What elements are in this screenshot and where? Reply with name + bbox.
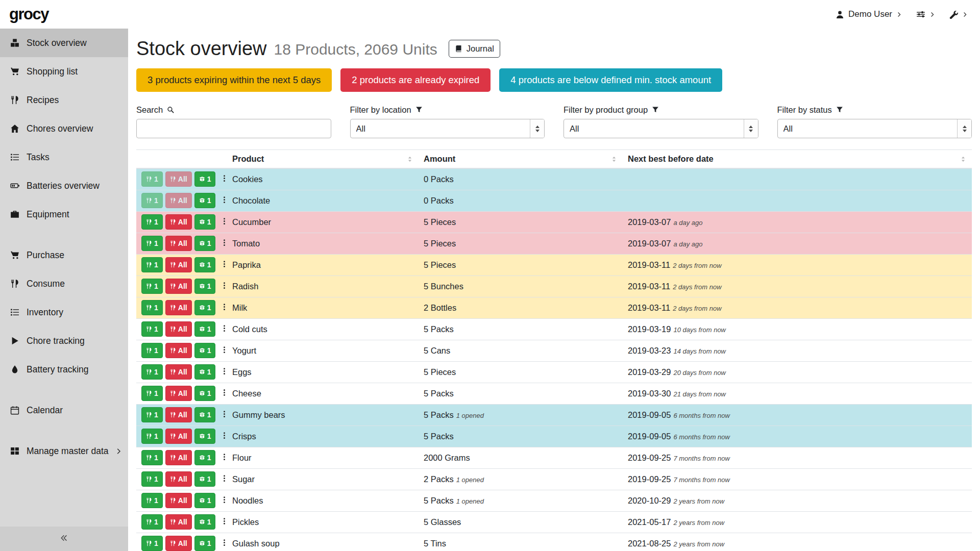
sidebar-item-battery-tracking[interactable]: Battery tracking [0, 355, 128, 384]
journal-button[interactable]: Journal [449, 40, 500, 58]
consume-one-button[interactable]: 1 [141, 300, 163, 315]
admin-menu[interactable] [949, 10, 968, 19]
expired-products-alert[interactable]: 2 products are already expired [340, 68, 491, 92]
amount-column-header[interactable]: Amount [419, 150, 623, 169]
sidebar-item-equipment[interactable]: Equipment [0, 200, 128, 229]
sidebar-item-tasks[interactable]: Tasks [0, 143, 128, 171]
consume-all-button[interactable]: All [165, 471, 192, 487]
row-menu-button[interactable] [218, 538, 231, 549]
open-one-button[interactable]: 1 [194, 407, 216, 422]
open-one-button[interactable]: 1 [194, 429, 216, 444]
consume-one-button[interactable]: 1 [141, 364, 163, 380]
row-menu-button[interactable] [218, 281, 231, 292]
sidebar-item-shopping-list[interactable]: Shopping list [0, 57, 128, 86]
sidebar-item-inventory[interactable]: Inventory [0, 298, 128, 327]
open-one-button[interactable]: 1 [194, 193, 216, 208]
consume-one-button[interactable]: 1 [141, 450, 163, 465]
row-menu-button[interactable] [218, 195, 231, 206]
open-one-button[interactable]: 1 [194, 300, 216, 315]
consume-one-button[interactable]: 1 [141, 257, 163, 272]
row-menu-button[interactable] [218, 366, 231, 378]
consume-all-button[interactable]: All [165, 386, 192, 401]
sidebar-item-chores-overview[interactable]: Chores overview [0, 114, 128, 143]
open-one-button[interactable]: 1 [194, 257, 216, 272]
row-menu-button[interactable] [218, 259, 231, 270]
consume-one-button[interactable]: 1 [141, 343, 163, 358]
sidebar-item-purchase[interactable]: Purchase [0, 241, 128, 269]
row-menu-button[interactable] [218, 473, 231, 485]
user-menu[interactable]: Demo User [836, 9, 902, 19]
open-one-button[interactable]: 1 [194, 343, 216, 358]
open-one-button[interactable]: 1 [194, 171, 216, 187]
row-menu-button[interactable] [218, 216, 231, 228]
row-menu-button[interactable] [218, 431, 231, 442]
open-one-button[interactable]: 1 [194, 450, 216, 465]
row-menu-button[interactable] [218, 302, 231, 313]
open-one-button[interactable]: 1 [194, 386, 216, 401]
sidebar-collapse-button[interactable] [0, 527, 128, 551]
consume-all-button[interactable]: All [165, 407, 192, 422]
consume-all-button[interactable]: All [165, 171, 192, 187]
consume-one-button[interactable]: 1 [141, 386, 163, 401]
row-menu-button[interactable] [218, 495, 231, 506]
sidebar-item-stock-overview[interactable]: Stock overview [0, 29, 128, 57]
open-one-button[interactable]: 1 [194, 321, 216, 337]
consume-one-button[interactable]: 1 [141, 321, 163, 337]
open-one-button[interactable]: 1 [194, 536, 216, 551]
consume-one-button[interactable]: 1 [141, 536, 163, 551]
consume-all-button[interactable]: All [165, 321, 192, 337]
consume-all-button[interactable]: All [165, 279, 192, 294]
consume-all-button[interactable]: All [165, 257, 192, 272]
consume-one-button[interactable]: 1 [141, 171, 163, 187]
sidebar-item-chore-tracking[interactable]: Chore tracking [0, 327, 128, 355]
search-input[interactable] [136, 119, 331, 138]
consume-all-button[interactable]: All [165, 450, 192, 465]
row-menu-button[interactable] [218, 516, 231, 528]
consume-one-button[interactable]: 1 [141, 236, 163, 251]
consume-all-button[interactable]: All [165, 429, 192, 444]
filter-by-location-select[interactable]: All [350, 119, 545, 138]
sidebar-item-batteries-overview[interactable]: Batteries overview [0, 171, 128, 200]
row-menu-button[interactable] [218, 238, 231, 249]
open-one-button[interactable]: 1 [194, 214, 216, 230]
row-menu-button[interactable] [218, 409, 231, 420]
consume-one-button[interactable]: 1 [141, 214, 163, 230]
open-one-button[interactable]: 1 [194, 236, 216, 251]
consume-one-button[interactable]: 1 [141, 493, 163, 508]
consume-all-button[interactable]: All [165, 364, 192, 380]
expiring-products-alert[interactable]: 3 products expiring within the next 5 da… [136, 68, 332, 92]
filter-by-status-select[interactable]: All [777, 119, 972, 138]
consume-all-button[interactable]: All [165, 236, 192, 251]
row-menu-button[interactable] [218, 452, 231, 463]
filter-by-product-group-select[interactable]: All [564, 119, 758, 138]
row-menu-button[interactable] [218, 388, 231, 399]
consume-all-button[interactable]: All [165, 214, 192, 230]
row-menu-button[interactable] [218, 345, 231, 356]
product-column-header[interactable]: Product [227, 150, 419, 169]
consume-one-button[interactable]: 1 [141, 407, 163, 422]
open-one-button[interactable]: 1 [194, 493, 216, 508]
sidebar-item-recipes[interactable]: Recipes [0, 86, 128, 114]
consume-one-button[interactable]: 1 [141, 471, 163, 487]
open-one-button[interactable]: 1 [194, 514, 216, 530]
sidebar-item-manage-master-data[interactable]: Manage master data [0, 437, 128, 465]
consume-one-button[interactable]: 1 [141, 429, 163, 444]
open-one-button[interactable]: 1 [194, 279, 216, 294]
consume-one-button[interactable]: 1 [141, 279, 163, 294]
sidebar-item-calendar[interactable]: Calendar [0, 396, 128, 424]
open-one-button[interactable]: 1 [194, 471, 216, 487]
consume-one-button[interactable]: 1 [141, 193, 163, 208]
consume-all-button[interactable]: All [165, 514, 192, 530]
row-menu-button[interactable] [218, 173, 231, 185]
consume-all-button[interactable]: All [165, 536, 192, 551]
date-column-header[interactable]: Next best before date [623, 150, 972, 169]
consume-one-button[interactable]: 1 [141, 514, 163, 530]
consume-all-button[interactable]: All [165, 300, 192, 315]
row-menu-button[interactable] [218, 323, 231, 335]
sidebar-item-consume[interactable]: Consume [0, 269, 128, 298]
app-logo[interactable]: grocy [9, 5, 48, 23]
consume-all-button[interactable]: All [165, 193, 192, 208]
settings-menu[interactable] [916, 10, 935, 19]
open-one-button[interactable]: 1 [194, 364, 216, 380]
consume-all-button[interactable]: All [165, 493, 192, 508]
